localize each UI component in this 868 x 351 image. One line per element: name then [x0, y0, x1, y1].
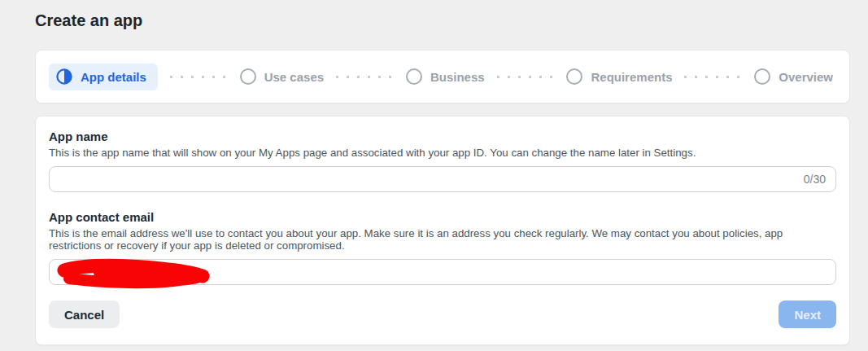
app-contact-email-input[interactable] [59, 265, 826, 279]
app-contact-email-input-wrap [49, 259, 836, 285]
step-label: Requirements [591, 70, 672, 84]
empty-circle-icon [406, 68, 422, 85]
half-filled-circle-icon [56, 68, 72, 85]
app-contact-email-description: This is the email address we'll use to c… [49, 227, 836, 252]
app-name-input-wrap: 0/30 [49, 166, 836, 192]
page-title: Create an app [35, 11, 850, 30]
empty-circle-icon [240, 68, 256, 85]
form-actions: Cancel Next [49, 301, 836, 328]
stepper-step-business[interactable]: Business [406, 68, 485, 85]
create-app-form: App name This is the app name that will … [35, 116, 850, 345]
stepper-connector [680, 76, 746, 78]
stepper-step-app-details[interactable]: App details [49, 64, 158, 90]
next-button[interactable]: Next [779, 301, 836, 328]
step-label: Business [430, 70, 485, 84]
empty-circle-icon [566, 68, 582, 85]
cancel-button[interactable]: Cancel [49, 301, 120, 328]
app-contact-email-label: App contact email [49, 210, 836, 224]
step-label: Use cases [264, 70, 324, 84]
create-app-page: Create an app App details Use cases Busi… [0, 0, 868, 345]
app-name-field: App name This is the app name that will … [49, 129, 836, 192]
stepper-step-requirements[interactable]: Requirements [566, 68, 672, 85]
character-counter: 0/30 [804, 173, 826, 186]
app-contact-email-field: App contact email This is the email addr… [49, 210, 836, 285]
app-name-input[interactable] [59, 173, 804, 186]
stepper-connector [332, 76, 398, 78]
stepper-step-use-cases[interactable]: Use cases [240, 68, 324, 85]
stepper-connector [166, 76, 232, 78]
app-name-description: This is the app name that will show on y… [49, 147, 836, 159]
empty-circle-icon [754, 68, 770, 85]
step-label: App details [81, 70, 146, 84]
stepper-step-overview[interactable]: Overview [754, 68, 833, 85]
stepper: App details Use cases Business Requireme… [35, 50, 850, 103]
stepper-connector [493, 76, 559, 78]
step-label: Overview [779, 70, 833, 84]
app-name-label: App name [49, 129, 836, 143]
